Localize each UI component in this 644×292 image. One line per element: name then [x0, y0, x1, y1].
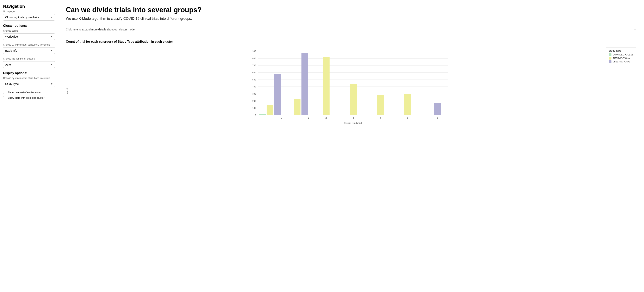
x-tick-0: 0: [281, 117, 282, 119]
page-subtitle: We use K-Mode algorithm to classify COVI…: [66, 17, 636, 21]
page-select-wrapper: Clustering trials by similarity ▼: [3, 14, 55, 21]
sidebar-nav-title: Navigation: [3, 4, 55, 9]
display-options-title: Display options:: [3, 71, 55, 75]
num-clusters-select-wrapper: Auto 2 3 4 5 6 7 ▼: [3, 61, 55, 68]
display-attr-label: Choose by which set of attributions to c…: [3, 77, 55, 80]
x-tick-5: 5: [407, 117, 408, 119]
bar-c1-observational: [302, 53, 308, 115]
trials-checkbox-row: Show trials with preidcted cluster: [3, 96, 55, 99]
sidebar: Navigation Go to page: Clustering trials…: [0, 0, 58, 292]
legend-item-interventional: INTERVENTIONAL: [609, 57, 633, 60]
legend-title: Study Type: [609, 50, 633, 52]
legend-item-expanded: EXPANDED ACCESS: [609, 53, 633, 56]
chart-y-label: count: [66, 82, 68, 94]
attribution-label: Choose by which set of attributions to c…: [3, 44, 55, 46]
num-clusters-select[interactable]: Auto 2 3 4 5 6 7: [3, 61, 55, 68]
svg-text:400: 400: [252, 86, 256, 88]
chart-x-label: Cluster Predicted: [69, 122, 636, 124]
svg-text:700: 700: [252, 64, 256, 67]
centroid-checkbox-row: Show centroid of each cluster: [3, 91, 55, 94]
legend-label-expanded: EXPANDED ACCESS: [612, 54, 633, 56]
chart-svg-wrapper: 0 100 200 300 400 500 600: [69, 47, 636, 121]
attribution-select-wrapper: Basic Info Advanced ▼: [3, 47, 55, 54]
bar-c6-observational: [434, 103, 441, 115]
bar-c4-interventional: [377, 95, 384, 115]
num-clusters-label: Choose the number of clusters:: [3, 57, 55, 60]
bar-chart-svg: 0 100 200 300 400 500 600: [69, 47, 636, 121]
x-tick-1: 1: [308, 117, 310, 119]
bar-c0-observational: [274, 74, 281, 115]
display-attr-select[interactable]: Study Type Phase Status: [3, 81, 55, 87]
svg-text:800: 800: [252, 57, 256, 60]
scope-label: Choose scope:: [3, 30, 55, 32]
svg-text:200: 200: [252, 100, 256, 102]
page-select[interactable]: Clustering trials by similarity: [3, 14, 55, 21]
bar-c1-interventional: [294, 99, 300, 115]
svg-text:900: 900: [252, 50, 256, 52]
chart-inner: 0 100 200 300 400 500 600: [69, 47, 636, 124]
x-tick-3: 3: [352, 117, 354, 119]
chart-legend: Study Type EXPANDED ACCESS INTERVENTIONA…: [606, 47, 636, 66]
page-title: Can we divide trials into several groups…: [66, 6, 636, 14]
svg-text:300: 300: [252, 93, 256, 95]
trials-checkbox-label[interactable]: Show trials with preidcted cluster: [8, 96, 44, 99]
main-content: Can we divide trials into several groups…: [58, 0, 644, 292]
scope-select[interactable]: Worldwide USA Europe: [3, 33, 55, 40]
x-tick-4: 4: [380, 117, 381, 119]
expand-bar[interactable]: Click here to expand more details about …: [66, 25, 636, 34]
x-tick-2: 2: [326, 117, 327, 119]
x-tick-6: 6: [437, 117, 438, 119]
bar-c2-interventional: [323, 57, 330, 115]
expand-text: Click here to expand more details about …: [66, 28, 135, 31]
legend-color-observational: [609, 60, 612, 63]
chart-title: Count of trial for each catergory of Stu…: [66, 40, 636, 44]
display-attr-select-wrapper: Study Type Phase Status ▼: [3, 81, 55, 87]
legend-item-observational: OBSERVATIONAL: [609, 60, 633, 63]
svg-text:0: 0: [255, 114, 256, 116]
scope-select-wrapper: Worldwide USA Europe ▼: [3, 33, 55, 40]
centroid-checkbox-label[interactable]: Show centroid of each cluster: [8, 91, 41, 94]
trials-checkbox[interactable]: [3, 96, 6, 99]
legend-label-observational: OBSERVATIONAL: [612, 61, 630, 63]
attribution-select[interactable]: Basic Info Advanced: [3, 47, 55, 54]
chart-container: count 0 100 200 300: [66, 47, 636, 129]
bar-c0-expanded: [259, 114, 266, 115]
svg-text:100: 100: [252, 107, 256, 109]
centroid-checkbox[interactable]: [3, 91, 6, 94]
legend-color-interventional: [609, 57, 612, 60]
cluster-options-title: Cluster options:: [3, 24, 55, 28]
bar-c5-interventional: [404, 94, 411, 115]
bar-c0-interventional: [266, 105, 273, 115]
svg-text:500: 500: [252, 79, 256, 81]
legend-color-expanded: [609, 53, 612, 56]
svg-text:600: 600: [252, 71, 256, 74]
go-to-page-label: Go to page:: [3, 10, 55, 13]
expand-icon: +: [634, 27, 636, 32]
legend-label-interventional: INTERVENTIONAL: [612, 57, 631, 59]
bar-c3-interventional: [350, 84, 357, 115]
